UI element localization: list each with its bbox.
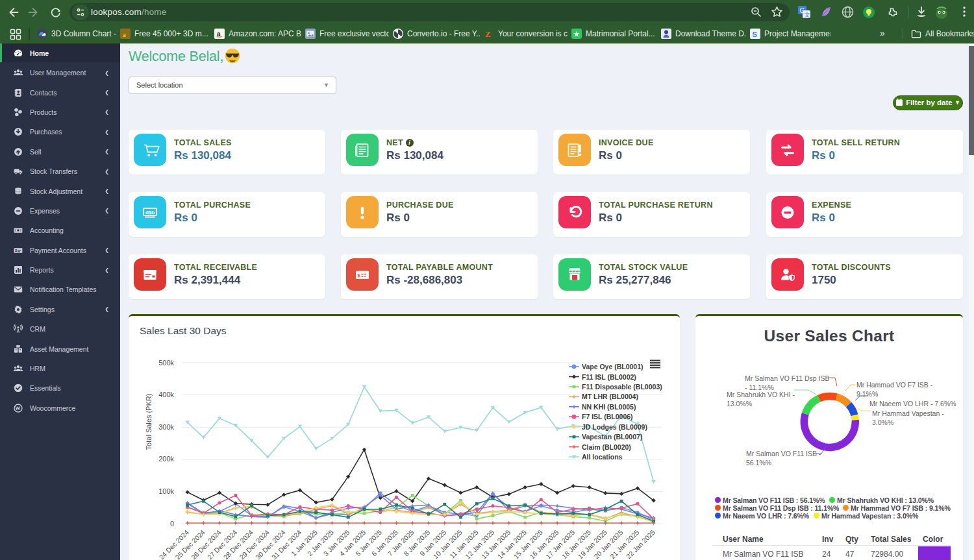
svg-text:F11 Disposable (BL0003): F11 Disposable (BL0003) <box>582 383 662 391</box>
svg-text:d$b: d$b <box>145 210 155 215</box>
svg-text:a: a <box>217 30 221 38</box>
svg-text:S: S <box>753 30 757 38</box>
svg-text:500k: 500k <box>158 359 174 367</box>
svg-text:Claim (BL0020): Claim (BL0020) <box>582 443 631 451</box>
svg-text:200k: 200k <box>158 455 174 463</box>
svg-text:Z: Z <box>485 29 491 39</box>
svg-text:0: 0 <box>170 520 174 528</box>
svg-text:a: a <box>123 30 127 38</box>
svg-text:400k: 400k <box>158 391 174 398</box>
svg-text:All locations: All locations <box>582 453 623 461</box>
svg-text:Total Sales (PKR): Total Sales (PKR) <box>145 394 153 450</box>
svg-text:F7 ISL (BL0006): F7 ISL (BL0006) <box>582 413 633 420</box>
svg-text:300k: 300k <box>158 423 174 431</box>
svg-text:MT LHR (BL0004): MT LHR (BL0004) <box>582 393 638 400</box>
svg-text:$: $ <box>357 272 360 278</box>
svg-text:JD Lodges (BL0009): JD Lodges (BL0009) <box>582 423 647 431</box>
svg-text:NN KHI (BL0005): NN KHI (BL0005) <box>582 403 636 411</box>
svg-text:Vapestan (BL0007): Vapestan (BL0007) <box>582 433 642 441</box>
svg-text:文: 文 <box>805 12 810 18</box>
svg-text:100k: 100k <box>158 487 174 495</box>
svg-text:F11 ISL (BL0002): F11 ISL (BL0002) <box>582 373 636 381</box>
svg-text:Vape Oye (BL0001): Vape Oye (BL0001) <box>582 363 643 371</box>
